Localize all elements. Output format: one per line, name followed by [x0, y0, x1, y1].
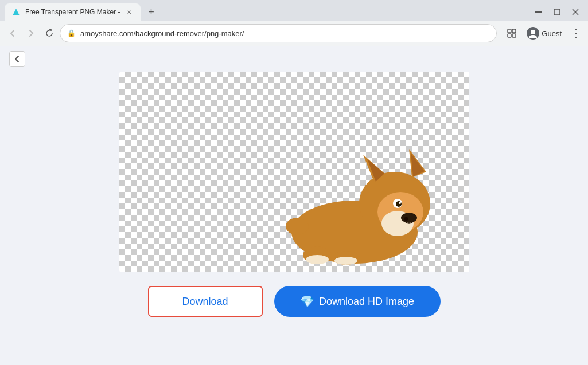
dog-image	[263, 129, 446, 266]
minimize-button[interactable]	[531, 4, 547, 20]
page-back-button[interactable]	[9, 51, 25, 67]
action-buttons: Download 💎 Download HD Image	[148, 286, 441, 317]
svg-rect-6	[512, 29, 516, 33]
nav-bar: 🔒 amoyshare.com/background-remover/png-m…	[0, 21, 588, 46]
tab-favicon	[11, 7, 21, 17]
window-controls	[531, 4, 583, 20]
browser-chrome: Free Transparent PNG Maker - ✕ + �	[0, 0, 588, 46]
svg-rect-7	[508, 34, 511, 37]
download-button[interactable]: Download	[148, 286, 263, 317]
address-bar[interactable]: 🔒 amoyshare.com/background-remover/png-m…	[60, 24, 497, 42]
svg-rect-1	[535, 11, 542, 13]
back-nav	[0, 46, 588, 72]
reload-button[interactable]	[41, 25, 57, 41]
profile-button[interactable]: Guest	[522, 26, 566, 41]
svg-rect-8	[512, 34, 516, 37]
lock-icon: 🔒	[67, 29, 76, 37]
nav-right-controls: Guest ⋮	[504, 25, 583, 42]
profile-icon	[527, 27, 539, 40]
browser-tab[interactable]: Free Transparent PNG Maker - ✕	[5, 3, 141, 21]
download-hd-button-label: Download HD Image	[319, 296, 414, 308]
back-button[interactable]	[5, 25, 21, 41]
svg-point-19	[404, 217, 408, 221]
address-text: amoyshare.com/background-remover/png-mak…	[80, 29, 489, 38]
download-hd-button[interactable]: 💎 Download HD Image	[274, 286, 441, 317]
new-tab-button[interactable]: +	[143, 4, 159, 20]
diamond-icon: 💎	[300, 295, 314, 308]
browser-menu-button[interactable]: ⋮	[568, 25, 583, 42]
svg-point-26	[334, 257, 357, 265]
page-content: Download 💎 Download HD Image	[0, 46, 588, 365]
svg-point-21	[396, 201, 402, 207]
svg-point-9	[531, 30, 535, 34]
extensions-button[interactable]	[504, 25, 520, 41]
svg-point-18	[401, 213, 417, 223]
forward-button[interactable]	[23, 25, 39, 41]
maximize-button[interactable]	[549, 4, 565, 20]
profile-label: Guest	[542, 29, 562, 38]
svg-point-22	[399, 202, 401, 204]
close-window-button[interactable]	[567, 4, 583, 20]
tab-title: Free Transparent PNG Maker -	[25, 8, 120, 16]
download-button-label: Download	[182, 296, 228, 308]
svg-rect-5	[508, 29, 511, 33]
title-bar: Free Transparent PNG Maker - ✕ +	[0, 0, 588, 21]
svg-point-25	[306, 255, 329, 264]
svg-point-27	[286, 218, 309, 235]
svg-marker-0	[13, 9, 20, 15]
tab-close-button[interactable]: ✕	[124, 7, 134, 17]
image-preview	[119, 72, 469, 272]
svg-rect-2	[554, 9, 560, 15]
